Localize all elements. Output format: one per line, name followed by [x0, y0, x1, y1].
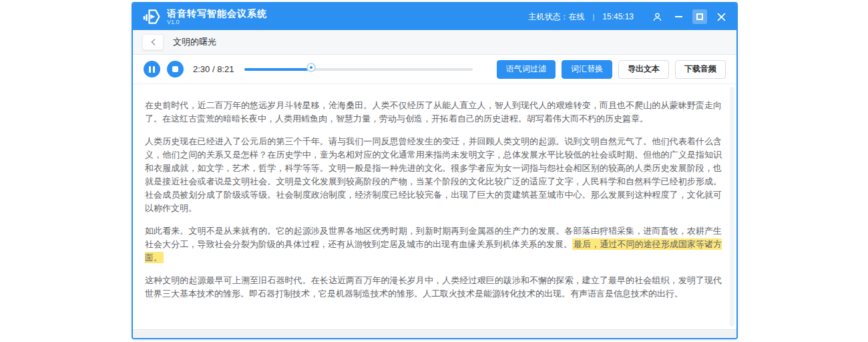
player-bar: 2:30 / 8:21 语气词过滤 词汇替换 导出文本 下载音频	[133, 55, 736, 84]
brand: 语音转写智能会议系统 V1.0	[142, 7, 267, 26]
status-separator: |	[592, 13, 594, 21]
chevron-left-icon	[150, 38, 156, 46]
app-title: 语音转写智能会议系统	[167, 9, 267, 19]
pause-button[interactable]	[144, 61, 160, 77]
transcript-area: 在史前时代，近二百万年的悠远岁月斗转星移，沧海桑田。人类不仅经历了从能人直立人，…	[133, 84, 736, 329]
host-status: 主机状态：在线	[528, 11, 584, 23]
page-title: 文明的曙光	[173, 36, 216, 48]
app-logo-icon	[142, 7, 161, 26]
export-text-button[interactable]: 导出文本	[618, 60, 669, 79]
app-version: V1.0	[167, 19, 267, 25]
maximize-icon	[696, 13, 703, 20]
progress-thumb[interactable]	[308, 64, 314, 71]
minimize-icon	[675, 16, 682, 17]
time-display: 2:30 / 8:21	[193, 64, 234, 74]
transcript-text: 在史前时代，近二百万年的悠远岁月斗转星移，沧海桑田。人类不仅经历了从能人直立人，…	[145, 100, 722, 124]
maximize-button[interactable]	[692, 9, 707, 24]
horizontal-scrollbar[interactable]	[133, 329, 736, 338]
transcript-paragraph: 这种文明的起源最早可上溯至旧石器时代。在长达近两百万年的漫长岁月中，人类经过艰巨…	[145, 274, 722, 301]
filler-word-filter-button[interactable]: 语气词过滤	[497, 60, 556, 79]
player-actions: 语气词过滤 词汇替换 导出文本 下载音频	[497, 60, 726, 79]
stop-icon	[172, 66, 178, 72]
user-icon[interactable]	[650, 9, 664, 24]
transcript-paragraph: 在史前时代，近二百万年的悠远岁月斗转星移，沧海桑田。人类不仅经历了从能人直立人，…	[145, 99, 722, 126]
transcript-paragraph: 人类历史现在已经进入了公元后的第三个千年。请与我们一同反思曾经发生的变迁，并回顾…	[145, 135, 722, 215]
clock: 15:45:13	[602, 12, 634, 21]
titlebar-right: 主机状态：在线 | 15:45:13	[528, 9, 728, 24]
minimize-button[interactable]	[671, 9, 686, 24]
close-button[interactable]	[714, 9, 728, 24]
progress-track[interactable]	[244, 68, 473, 71]
progress-fill	[244, 68, 312, 71]
title-block: 语音转写智能会议系统 V1.0	[167, 9, 267, 25]
pause-icon	[149, 66, 155, 73]
vocabulary-replace-button[interactable]: 词汇替换	[562, 60, 612, 79]
transcript-paragraphs: 在史前时代，近二百万年的悠远岁月斗转星移，沧海桑田。人类不仅经历了从能人直立人，…	[145, 99, 722, 301]
close-icon	[717, 13, 726, 21]
app-window: 语音转写智能会议系统 V1.0 主机状态：在线 | 15:45:13	[132, 2, 738, 339]
breadcrumb-bar: 文明的曙光	[133, 30, 736, 55]
stop-button[interactable]	[167, 61, 184, 77]
transcript-text: 这种文明的起源最早可上溯至旧石器时代。在长达近两百万年的漫长岁月中，人类经过艰巨…	[145, 275, 722, 299]
back-button[interactable]	[142, 34, 164, 50]
transcript-text: 人类历史现在已经进入了公元后的第三个千年。请与我们一同反思曾经发生的变迁，并回顾…	[145, 136, 722, 213]
titlebar: 语音转写智能会议系统 V1.0 主机状态：在线 | 15:45:13	[133, 3, 736, 30]
transcript-paragraph: 如此看来。文明不是从来就有的。它的起源涉及世界各地区优秀时期，到新时期再到金属器…	[145, 224, 722, 265]
progress-slider[interactable]	[244, 61, 473, 77]
download-audio-button[interactable]: 下载音频	[675, 60, 726, 79]
vertical-scrollbar[interactable]	[730, 87, 734, 327]
